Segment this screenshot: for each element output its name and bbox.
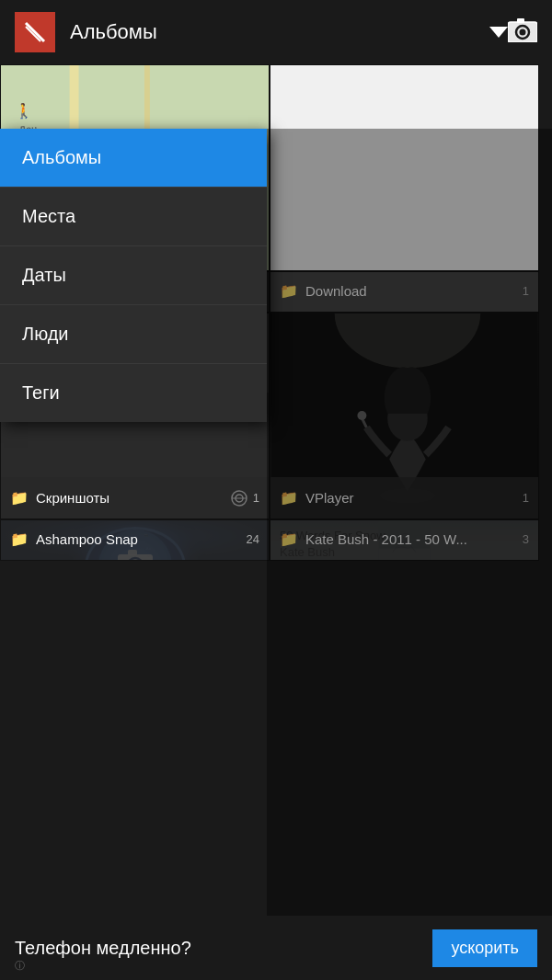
svg-rect-7	[517, 18, 524, 23]
album-count-screenshots: 1	[253, 491, 259, 505]
dropdown-menu: Альбомы Места Даты Люди Теги	[0, 129, 267, 422]
album-bar-screenshots: 📁 Скриншоты 1	[1, 477, 269, 518]
header-title[interactable]: Альбомы	[70, 20, 482, 44]
dropdown-arrow-icon[interactable]	[489, 27, 508, 38]
dropdown-item-people[interactable]: Люди	[0, 305, 267, 364]
ad-info-icon[interactable]: ⓘ	[15, 959, 25, 973]
app-logo[interactable]	[15, 12, 55, 52]
svg-text:🚶: 🚶	[15, 102, 33, 120]
cell-snap[interactable]: Snap ✏ 📷 Aa ↗ ♡ ⬡	[0, 519, 270, 561]
folder-icon-snap: 📁	[10, 530, 29, 548]
ad-bar: Телефон медленно? ускорить ⓘ	[0, 916, 552, 980]
grid-area: Ден... ✓ 🚶 🚶 A	[0, 64, 552, 916]
camera-button[interactable]	[508, 17, 537, 49]
folder-icon-screenshots: 📁	[10, 489, 29, 507]
album-bar-snap: 📁 Ashampoo Snap 24	[1, 519, 269, 560]
header: Альбомы	[0, 0, 552, 64]
ad-button[interactable]: ускорить	[432, 929, 537, 967]
dropdown-item-tags[interactable]: Теги	[0, 364, 267, 422]
svg-point-6	[520, 28, 526, 35]
dropdown-item-places[interactable]: Места	[0, 188, 267, 246]
ad-text: Телефон медленно?	[15, 938, 432, 959]
album-name-snap: Ashampoo Snap	[36, 531, 247, 547]
overlay-dim	[267, 129, 552, 916]
album-name-screenshots: Скриншоты	[36, 490, 231, 506]
dropdown-item-dates[interactable]: Даты	[0, 246, 267, 305]
dropdown-item-albums[interactable]: Альбомы	[0, 129, 267, 188]
album-count-snap: 24	[247, 532, 259, 546]
